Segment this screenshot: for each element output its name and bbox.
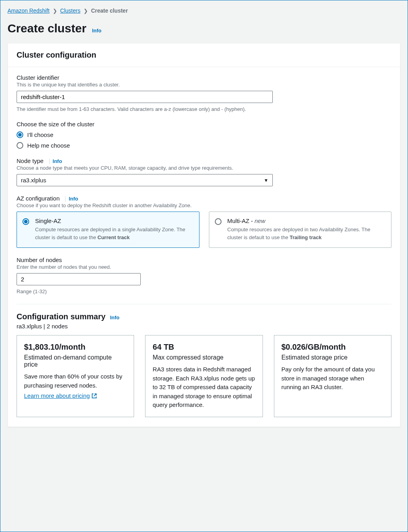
separator	[65, 196, 65, 202]
size-option-ill-choose[interactable]: I'll choose	[17, 131, 391, 138]
caret-down-icon: ▼	[264, 178, 268, 183]
summary-card-compute-price: $1,803.10/month Estimated on-demand comp…	[17, 335, 134, 417]
page-title-text: Create cluster	[7, 22, 86, 35]
az-tile-desc: Compute resources are deployed in two Av…	[227, 226, 385, 241]
card-subtitle: Estimated on-demand compute price	[24, 354, 127, 368]
node-type-value: ra3.xlplus	[21, 177, 46, 184]
card-text: Pay only for the amount of data you stor…	[281, 365, 384, 392]
size-option-help-me-choose[interactable]: Help me choose	[17, 142, 391, 149]
card-value: $0.026/GB/month	[281, 343, 384, 352]
summary-title-text: Configuration summary	[17, 312, 106, 321]
size-option-label: Help me choose	[27, 142, 70, 149]
card-subtitle: Estimated storage price	[281, 354, 384, 361]
radio-icon	[215, 218, 222, 225]
radio-icon	[17, 142, 23, 149]
nodes-label: Number of nodes	[17, 257, 391, 263]
summary-card-storage-price: $0.026/GB/month Estimated storage price …	[274, 335, 391, 417]
summary-cards: $1,803.10/month Estimated on-demand comp…	[17, 335, 391, 417]
az-label-text: AZ configuration	[17, 195, 60, 202]
panel-body: Cluster identifier This is the unique ke…	[8, 67, 400, 427]
summary-title: Configuration summary Info	[17, 312, 391, 321]
external-link-icon	[91, 393, 97, 399]
info-link[interactable]: Info	[110, 315, 119, 320]
chevron-right-icon: ❯	[84, 8, 88, 14]
nodes-hint: Enter the number of nodes that you need.	[17, 264, 391, 270]
learn-more-pricing-link[interactable]: Learn more about pricing	[24, 392, 97, 399]
chevron-right-icon: ❯	[53, 8, 57, 14]
panel-title: Cluster configuration	[17, 51, 391, 60]
summary-subtitle: ra3.xlplus | 2 nodes	[17, 323, 391, 330]
number-of-nodes-group: Number of nodes Enter the number of node…	[17, 257, 391, 294]
node-type-label-text: Node type	[17, 157, 43, 164]
number-of-nodes-input[interactable]	[17, 273, 141, 285]
node-type-group: Node type Info Choose a node type that m…	[17, 157, 391, 186]
link-text: Learn more about pricing	[24, 392, 90, 399]
breadcrumb: Amazon Redshift ❯ Clusters ❯ Create clus…	[7, 7, 401, 14]
cluster-identifier-group: Cluster identifier This is the unique ke…	[17, 74, 391, 112]
card-value: $1,803.10/month	[24, 343, 127, 352]
az-tile-title: Multi-AZ - new	[227, 217, 385, 224]
separator	[49, 159, 50, 164]
card-subtitle: Max compressed storage	[153, 354, 255, 361]
az-tile-multi[interactable]: Multi-AZ - new Compute resources are dep…	[209, 212, 392, 248]
size-option-label: I'll choose	[27, 131, 53, 138]
breadcrumb-current: Create cluster	[91, 7, 128, 14]
page-title: Create cluster Info	[7, 22, 401, 35]
cluster-size-label: Choose the size of the cluster	[17, 121, 391, 127]
cluster-identifier-hint: This is the unique key that identifies a…	[17, 82, 391, 88]
card-text: RA3 stores data in Redshift managed stor…	[153, 365, 255, 410]
card-text: Save more than 60% of your costs by purc…	[24, 372, 127, 390]
radio-icon	[17, 131, 23, 138]
cluster-configuration-panel: Cluster configuration Cluster identifier…	[7, 43, 401, 427]
az-tile-single[interactable]: Single-AZ Compute resources are deployed…	[17, 212, 199, 248]
az-tile-title: Single-AZ	[35, 217, 193, 224]
az-tile-desc: Compute resources are deployed in a sing…	[35, 226, 193, 241]
configuration-summary: Configuration summary Info ra3.xlplus | …	[17, 312, 391, 417]
cluster-identifier-input[interactable]	[17, 91, 273, 103]
nodes-constraint: Range (1-32)	[17, 288, 391, 294]
new-tag: new	[255, 217, 266, 224]
node-type-select[interactable]: ra3.xlplus ▼	[17, 174, 273, 186]
summary-card-storage: 64 TB Max compressed storage RA3 stores …	[145, 335, 263, 417]
cluster-identifier-label: Cluster identifier	[17, 74, 391, 81]
node-type-hint: Choose a node type that meets your CPU, …	[17, 165, 391, 171]
card-value: 64 TB	[153, 343, 255, 352]
radio-icon	[22, 218, 29, 225]
az-tiles: Single-AZ Compute resources are deployed…	[17, 212, 391, 248]
info-link[interactable]: Info	[92, 28, 101, 34]
az-label: AZ configuration Info	[17, 195, 391, 202]
node-type-label: Node type Info	[17, 157, 391, 164]
panel-header: Cluster configuration	[8, 43, 400, 67]
az-hint: Choose if you want to deploy the Redshif…	[17, 202, 391, 208]
breadcrumb-root[interactable]: Amazon Redshift	[7, 7, 50, 14]
cluster-identifier-constraint: The identifier must be from 1-63 charact…	[17, 106, 391, 112]
info-link[interactable]: Info	[53, 158, 62, 164]
breadcrumb-parent[interactable]: Clusters	[60, 7, 80, 14]
cluster-size-group: Choose the size of the cluster I'll choo…	[17, 121, 391, 149]
info-link[interactable]: Info	[69, 196, 78, 202]
az-configuration-group: AZ configuration Info Choose if you want…	[17, 195, 391, 248]
divider	[17, 304, 391, 304]
